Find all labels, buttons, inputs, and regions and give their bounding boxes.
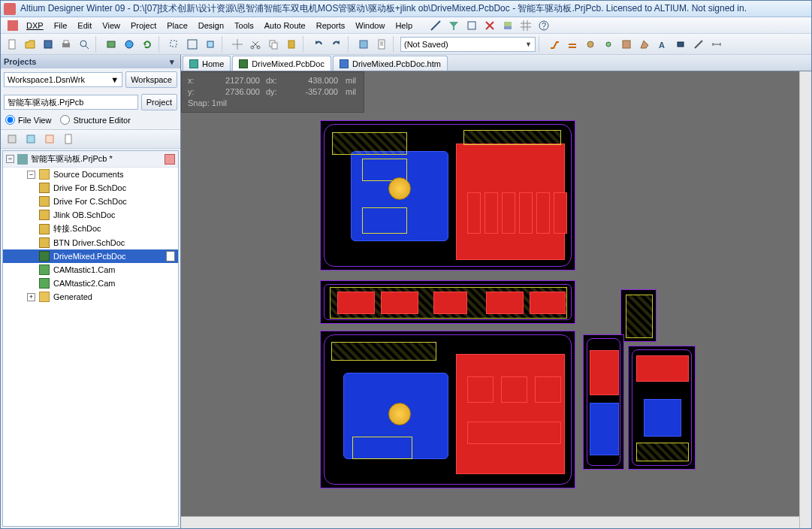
route-diff-icon[interactable] [564,36,581,53]
tree-item[interactable]: BTN Driver.SchDoc [3,236,178,249]
panel-menu-icon[interactable]: ▾ [167,56,177,67]
html-icon [340,59,349,68]
tree-item[interactable]: Drive For C.SchDoc [3,195,178,208]
radio-file-view[interactable]: File View [5,115,51,125]
tool-select-icon[interactable] [463,17,480,34]
svg-rect-9 [44,41,52,48]
doc-status-icon [165,154,175,165]
route-track-icon[interactable] [546,36,563,53]
browse-icon[interactable] [355,36,372,53]
redo-icon[interactable] [328,36,345,53]
menu-file[interactable]: File [50,20,72,32]
panel-tool-2-icon[interactable] [23,131,39,147]
workspace-icon[interactable] [121,36,137,53]
pcb-canvas[interactable]: x: 2127.000 dx: 438.000 mil y: 2736.000 … [181,71,811,528]
tool-help-icon[interactable]: ? [536,17,552,34]
tree-root-label: 智能车驱动板.PrjPcb * [31,153,113,165]
save-icon[interactable] [40,36,56,53]
place-line-icon[interactable] [690,36,707,53]
place-fill-icon[interactable] [618,36,635,53]
svg-rect-0 [8,20,18,31]
menu-view[interactable]: View [98,20,125,32]
open-icon[interactable] [22,36,38,53]
place-string-icon[interactable]: A [654,36,671,53]
report-icon[interactable] [373,36,390,53]
horizontal-scrollbar[interactable] [181,516,799,528]
svg-rect-26 [360,41,367,48]
tree-item-selected[interactable]: DriveMixed.PcbDoc [3,249,178,263]
refresh-icon[interactable] [139,36,155,53]
new-icon[interactable] [4,36,20,53]
tree-item[interactable]: CAMtastic2.Cam [3,277,178,290]
tree-source-documents[interactable]: − Source Documents [3,168,178,181]
tool-clear-icon[interactable] [481,17,498,34]
project-field[interactable]: 智能车驱动板.PrjPcb [4,95,138,110]
menu-place[interactable]: Place [162,20,192,32]
svg-rect-34 [8,135,16,143]
tab-htm[interactable]: DriveMixed.PcbDoc.htm [333,56,448,71]
workspace-select[interactable]: Workspace1.DsnWrk ▼ [4,72,122,87]
zoom-fit-icon[interactable] [184,36,201,53]
main-toolbar: (Not Saved) ▼ A [1,34,811,55]
menu-dxp[interactable]: DXP [22,20,48,32]
panel-header[interactable]: Projects ▾ [1,55,180,68]
place-polygon-icon[interactable] [636,36,653,53]
projects-panel: Projects ▾ Workspace1.DsnWrk ▼ Workspace… [1,55,181,528]
svg-text:?: ? [542,21,546,30]
tool-grid-icon[interactable] [518,17,534,34]
panel-tool-4-icon[interactable] [60,131,77,147]
radio-structure-editor[interactable]: Structure Editor [60,115,130,125]
place-component-icon[interactable] [672,36,689,53]
snapshot-combo[interactable]: (Not Saved) ▼ [400,37,536,52]
tab-home[interactable]: Home [183,56,231,71]
tree-item[interactable]: Drive For B.SchDoc [3,181,178,195]
paste-icon[interactable] [283,36,300,53]
tool-filter-icon[interactable] [445,17,462,34]
collapse-icon[interactable]: − [27,171,35,179]
coordinate-hud: x: 2127.000 dx: 438.000 mil y: 2736.000 … [181,71,364,113]
project-tree[interactable]: − 智能车驱动板.PrjPcb * − Source Documents Dri… [2,150,179,527]
menu-help[interactable]: Help [391,20,417,32]
chevron-down-icon: ▼ [110,75,119,84]
tree-item[interactable]: CAMtastic1.Cam [3,263,178,277]
cut-icon[interactable] [247,36,264,53]
menu-design[interactable]: Design [194,20,228,32]
place-dimension-icon[interactable] [708,36,725,53]
menu-tools[interactable]: Tools [230,20,258,32]
panel-tool-3-icon[interactable] [41,131,58,147]
print-icon[interactable] [58,36,74,53]
tree-root[interactable]: − 智能车驱动板.PrjPcb * [3,151,178,168]
svg-rect-17 [188,40,197,49]
copy-icon[interactable] [265,36,282,53]
preview-icon[interactable] [76,36,92,53]
tree-item[interactable]: Jlink OB.SchDoc [3,208,178,222]
svg-point-28 [587,41,593,47]
zoom-selected-icon[interactable] [202,36,219,53]
menu-autoroute[interactable]: Auto Route [260,20,310,32]
svg-rect-35 [27,135,35,143]
menu-edit[interactable]: Edit [73,20,96,32]
collapse-icon[interactable]: − [6,155,14,163]
vertical-scrollbar[interactable] [799,71,811,528]
tree-item[interactable]: 转接.SchDoc [3,222,178,236]
panel-tool-1-icon[interactable] [4,131,20,147]
devices-icon[interactable] [103,36,119,53]
tab-pcbdoc[interactable]: DriveMixed.PcbDoc [232,56,331,71]
cross-probe-icon[interactable] [229,36,246,53]
tree-generated[interactable]: + Generated [3,290,178,304]
expand-icon[interactable]: + [27,293,35,301]
tool-measure-icon[interactable] [427,17,444,34]
project-button[interactable]: Project [141,94,177,110]
tool-layers-icon[interactable] [500,17,516,34]
undo-icon[interactable] [310,36,327,53]
menu-project[interactable]: Project [126,20,161,32]
dxp-icon[interactable] [7,20,19,32]
place-via-icon[interactable] [600,36,617,53]
menu-reports[interactable]: Reports [312,20,350,32]
workspace-button[interactable]: Workspace [125,71,177,88]
place-pad-icon[interactable] [582,36,599,53]
svg-rect-7 [9,40,15,49]
zoom-area-icon[interactable] [166,36,183,53]
menu-window[interactable]: Window [351,20,389,32]
view-mode-radios: File View Structure Editor [1,113,180,129]
